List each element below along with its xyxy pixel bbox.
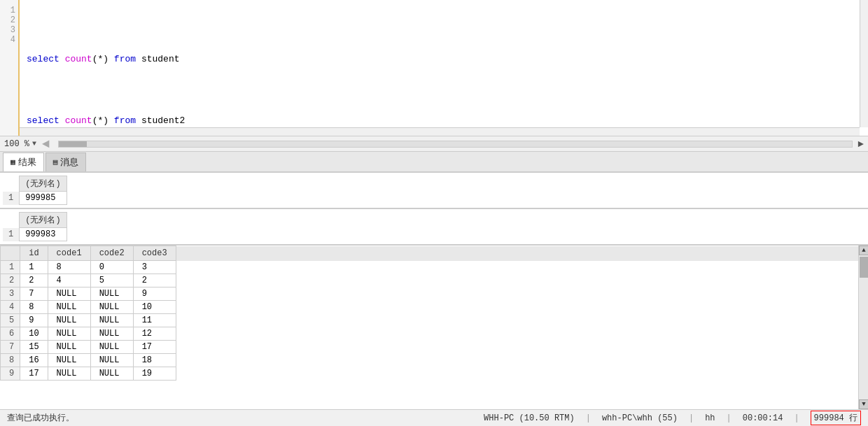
scroll-arrow-right[interactable]: ►	[858, 139, 864, 150]
table-row: 1 1 8 0 3	[1, 261, 868, 274]
tab-results[interactable]: ▦ 结果	[3, 152, 44, 171]
cell-rownum: 7	[1, 341, 20, 354]
zoom-value: 100 %	[4, 139, 29, 149]
table-row: 5 9 NULL NULL 11	[1, 314, 868, 327]
cell-rownum: 8	[1, 354, 20, 367]
cell-code1: NULL	[48, 367, 90, 381]
status-bar: 查询已成功执行。 WHH-PC (10.50 RTM) | whh-PC\whh…	[0, 409, 868, 426]
cell-code3: 18	[133, 354, 176, 367]
cell-spacer	[176, 261, 867, 274]
status-sep-2: |	[689, 413, 694, 423]
cell-id: 7	[20, 287, 48, 301]
tabs-bar: ▦ 结果 ▤ 消息	[0, 152, 868, 173]
cell-id: 17	[20, 367, 48, 381]
editor-scrollbar-horizontal[interactable]	[20, 127, 860, 136]
table-row: 3 7 NULL NULL 9	[1, 287, 868, 301]
keyword-from-2: from	[114, 115, 136, 126]
cell-id: 9	[20, 314, 48, 327]
tab-messages[interactable]: ▤ 消息	[46, 152, 87, 171]
results-area: (无列名) 1 999985 (无列名) 1	[0, 173, 868, 409]
cell-code2: NULL	[90, 354, 133, 367]
cell-rownum: 6	[1, 327, 20, 341]
cell-code1: NULL	[48, 327, 90, 341]
tab-results-label: 结果	[18, 156, 36, 169]
cell-spacer	[176, 314, 867, 327]
scroll-track[interactable]	[859, 255, 868, 399]
fn-count-2: count	[65, 115, 92, 126]
cell-code2: NULL	[90, 301, 133, 314]
cell-spacer	[176, 301, 867, 314]
line-gutter: 1 2 3 4	[0, 0, 20, 136]
result2-rownum: 1	[3, 228, 20, 241]
status-sep-1: |	[586, 413, 591, 423]
cell-code1: NULL	[48, 314, 90, 327]
cell-code1: 4	[48, 274, 90, 287]
cell-spacer	[176, 367, 867, 381]
result1-col-header: (无列名)	[20, 176, 66, 192]
scroll-arrow-left[interactable]: ◄	[42, 137, 50, 151]
keyword-select-1: select	[27, 54, 59, 64]
cell-rownum: 1	[1, 261, 20, 274]
cell-rownum: 2	[1, 274, 20, 287]
results-icon: ▦	[10, 157, 15, 166]
cell-spacer	[176, 287, 867, 301]
result-table-1: (无列名) 1 999985	[3, 176, 67, 205]
cell-code1: NULL	[48, 287, 90, 301]
status-user: whh-PC\whh (55)	[602, 413, 678, 423]
cell-code3: 12	[133, 327, 176, 341]
status-server: WHH-PC (10.50 RTM)	[484, 413, 575, 423]
result-set-2: (无列名) 1 999983	[0, 209, 868, 246]
cell-code3: 2	[133, 274, 176, 287]
cell-code1: NULL	[48, 341, 90, 354]
cell-code2: NULL	[90, 314, 133, 327]
table-row: 6 10 NULL NULL 12	[1, 327, 868, 341]
zoom-arrow-down[interactable]: ▼	[32, 140, 36, 148]
messages-icon: ▤	[53, 157, 58, 166]
table-row: 8 16 NULL NULL 18	[1, 354, 868, 367]
sql-content[interactable]: select count(*) from student select coun…	[20, 0, 868, 136]
table-scrollbar-vertical[interactable]: ▲ ▼	[858, 246, 868, 409]
result1-value: 999985	[20, 192, 66, 205]
table-row: 4 8 NULL NULL 10	[1, 301, 868, 314]
large-table-container: id code1 code2 code3 1 1 8 0 3 2 2 4 5 2…	[0, 246, 868, 409]
result-table-3: id code1 code2 code3 1 1 8 0 3 2 2 4 5 2…	[0, 246, 868, 381]
cell-code2: 0	[90, 261, 133, 274]
cell-code3: 17	[133, 341, 176, 354]
horizontal-scroll-track[interactable]	[58, 141, 853, 148]
col-header-rownum	[1, 246, 20, 261]
cell-code2: NULL	[90, 341, 133, 354]
scroll-down-btn[interactable]: ▼	[859, 399, 868, 409]
col-header-code1: code1	[48, 246, 90, 261]
result2-col-header: (无列名)	[20, 213, 66, 228]
cell-code2: NULL	[90, 287, 133, 301]
result-table-2: (无列名) 1 999983	[3, 212, 67, 241]
editor-scrollbar-vertical[interactable]	[860, 0, 868, 127]
cell-spacer	[176, 327, 867, 341]
sql-editor[interactable]: 1 2 3 4 select count(*) from student sel…	[0, 0, 868, 136]
status-db: hh	[705, 413, 715, 423]
cell-id: 10	[20, 327, 48, 341]
col-header-code2: code2	[90, 246, 133, 261]
cell-id: 16	[20, 354, 48, 367]
table-row: 7 15 NULL NULL 17	[1, 341, 868, 354]
cell-rownum: 3	[1, 287, 20, 301]
cell-id: 1	[20, 261, 48, 274]
status-rows: 999984 行	[811, 411, 861, 425]
cell-rownum: 5	[1, 314, 20, 327]
status-sep-3: |	[727, 413, 732, 423]
result1-rownum: 1	[3, 192, 20, 205]
col-header-code3: code3	[133, 246, 176, 261]
cell-code2: 5	[90, 274, 133, 287]
status-right: WHH-PC (10.50 RTM) | whh-PC\whh (55) | h…	[484, 411, 861, 425]
cell-code3: 10	[133, 301, 176, 314]
cell-spacer	[176, 354, 867, 367]
cell-rownum: 9	[1, 367, 20, 381]
scroll-up-btn[interactable]: ▲	[859, 246, 868, 255]
result2-value: 999983	[20, 228, 66, 241]
keyword-from-1: from	[114, 54, 136, 64]
cell-code2: NULL	[90, 327, 133, 341]
cell-spacer	[176, 274, 867, 287]
status-message: 查询已成功执行。	[7, 412, 484, 424]
table-row: 2 2 4 5 2	[1, 274, 868, 287]
horizontal-scroll-thumb	[59, 141, 87, 147]
